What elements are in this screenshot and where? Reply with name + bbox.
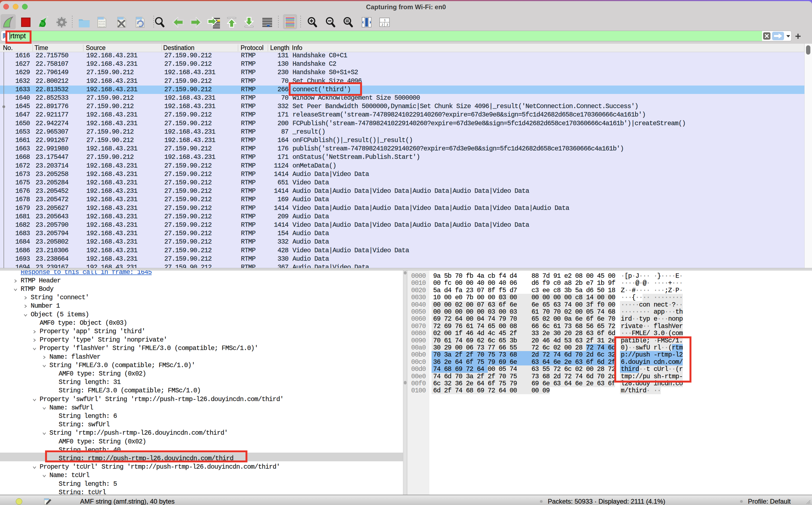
svg-text:1: 1 <box>384 18 386 22</box>
svg-text:01010: 01010 <box>99 20 105 23</box>
svg-text:01110: 01110 <box>99 25 105 28</box>
svg-text:3: 3 <box>386 23 388 26</box>
svg-text:2: 2 <box>381 23 383 26</box>
svg-text:01101: 01101 <box>99 23 105 25</box>
